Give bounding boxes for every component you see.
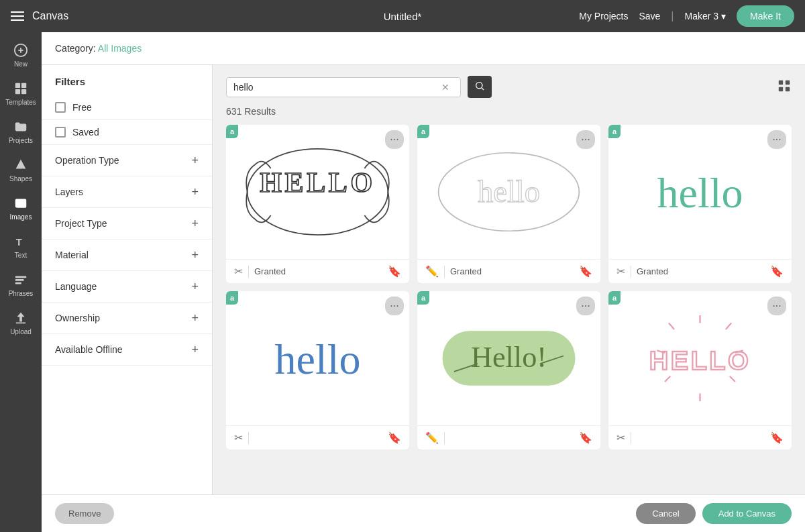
sidebar-label-shapes: Shapes [9,175,32,182]
cut-icon-6: ✂ [616,431,625,444]
add-to-canvas-button[interactable]: Add to Canvas [702,503,792,524]
image-card-6[interactable]: a ··· [608,291,792,449]
sidebar-item-shapes[interactable]: Shapes [2,152,40,188]
project-type-expand-icon[interactable]: + [191,217,199,229]
save-button[interactable]: Save [639,11,660,21]
svg-rect-3 [15,83,20,88]
make-it-button[interactable]: Make It [737,5,794,27]
sidebar-item-upload[interactable]: Upload [2,305,40,341]
search-input[interactable] [233,82,441,93]
svg-text:HELLO: HELLO [649,345,751,375]
card-image-3: hello [608,125,792,259]
free-checkbox[interactable] [55,102,66,113]
card-menu-3[interactable]: ··· [767,130,786,149]
card-image-5: Hello! [417,291,600,425]
sidebar-item-text[interactable]: T Text [2,229,40,264]
bookmark-icon-4[interactable]: 🔖 [388,431,401,444]
card-status-3: Granted [637,266,765,276]
menu-icon[interactable] [11,11,24,21]
image-card-2[interactable]: a ··· hello ✏️ Granted 🔖 [417,125,600,283]
machine-selector[interactable]: Maker 3 ▾ [685,11,727,21]
layers-expand-icon[interactable]: + [191,186,199,198]
operation-type-expand-icon[interactable]: + [191,154,199,166]
svg-point-9 [17,201,19,203]
folder-icon [13,119,28,134]
search-button[interactable] [468,76,492,98]
language-label: Language [55,281,191,292]
divider-4 [248,432,249,444]
card-image-4: hello [226,291,409,425]
sidebar-label-templates: Templates [5,99,36,106]
sidebar-label-new: New [14,60,28,68]
svg-rect-14 [16,322,26,323]
card-footer-6: ✂ 🔖 [608,425,792,449]
bookmark-icon-1[interactable]: 🔖 [388,265,401,278]
filter-layers[interactable]: Layers + [42,176,212,208]
image-card-5[interactable]: a ··· Hello! ✏️ 🔖 [417,291,600,449]
layers-label: Layers [55,187,191,197]
grid-toggle-button[interactable] [777,78,792,96]
clear-search-icon[interactable]: ✕ [441,82,449,93]
ownership-expand-icon[interactable]: + [191,312,199,324]
sidebar-label-phrases: Phrases [9,290,34,297]
filter-project-type[interactable]: Project Type + [42,208,212,240]
cancel-button[interactable]: Cancel [636,503,695,524]
bookmark-icon-2[interactable]: 🔖 [579,265,592,278]
card-badge-1: a [226,125,238,138]
templates-icon [13,81,28,96]
image-grid: a ··· HELLO ✂ [226,125,792,449]
card-menu-2[interactable]: ··· [576,130,595,149]
svg-text:hello: hello [478,174,540,209]
category-name[interactable]: All Images [98,43,142,54]
category-prefix: Category: [55,43,98,54]
remove-button[interactable]: Remove [55,503,114,524]
filter-language[interactable]: Language + [42,271,212,303]
svg-rect-5 [15,89,20,94]
svg-rect-17 [779,80,783,84]
image-card-1[interactable]: a ··· HELLO ✂ [226,125,409,283]
available-offline-expand-icon[interactable]: + [191,343,199,356]
sidebar-item-new[interactable]: New [2,38,40,73]
filter-ownership[interactable]: Ownership + [42,303,212,334]
results-count: 631 Results [226,106,792,117]
sidebar-label-projects: Projects [9,137,33,144]
saved-checkbox[interactable] [55,127,66,138]
filter-saved[interactable]: Saved [42,120,212,145]
material-expand-icon[interactable]: + [191,249,199,261]
svg-line-33 [669,323,674,329]
card-footer-1: ✂ Granted 🔖 [226,259,409,283]
language-expand-icon[interactable]: + [191,280,199,292]
sidebar-item-images[interactable]: Images [2,191,40,226]
divider-5 [444,432,445,444]
card-menu-1[interactable]: ··· [385,130,404,149]
svg-line-37 [730,376,735,382]
svg-text:hello: hello [657,169,743,217]
shapes-icon [13,158,28,172]
sidebar-item-templates[interactable]: Templates [2,76,40,111]
bottom-right-actions: Cancel Add to Canvas [636,503,792,524]
svg-rect-20 [786,87,790,91]
sidebar-item-phrases[interactable]: Phrases [2,267,40,303]
card-menu-6[interactable]: ··· [767,297,786,315]
svg-text:HELLO: HELLO [260,167,375,198]
my-projects-link[interactable]: My Projects [579,11,628,21]
card-menu-5[interactable]: ··· [576,297,595,315]
card-menu-4[interactable]: ··· [385,297,404,315]
card-image-6: HELLO [608,291,792,425]
image-card-3[interactable]: a ··· hello ✂ Granted 🔖 [608,125,792,283]
filter-material[interactable]: Material + [42,240,212,271]
cut-icon-4: ✂ [234,431,243,444]
image-card-4[interactable]: a ··· hello ✂ 🔖 [226,291,409,449]
top-nav: Canvas Untitled* My Projects Save | Make… [0,0,805,32]
filter-operation-type[interactable]: Operation Type + [42,145,212,176]
bookmark-icon-3[interactable]: 🔖 [770,265,784,278]
search-bar-row: ✕ [226,76,792,98]
card-badge-6: a [608,291,621,305]
bookmark-icon-5[interactable]: 🔖 [579,431,592,444]
svg-rect-12 [15,279,24,281]
filter-available-offline[interactable]: Available Offline + [42,334,212,366]
category-header: Category: All Images [42,32,805,65]
sidebar-item-projects[interactable]: Projects [2,114,40,150]
bookmark-icon-6[interactable]: 🔖 [770,431,784,444]
filter-free[interactable]: Free [42,95,212,120]
